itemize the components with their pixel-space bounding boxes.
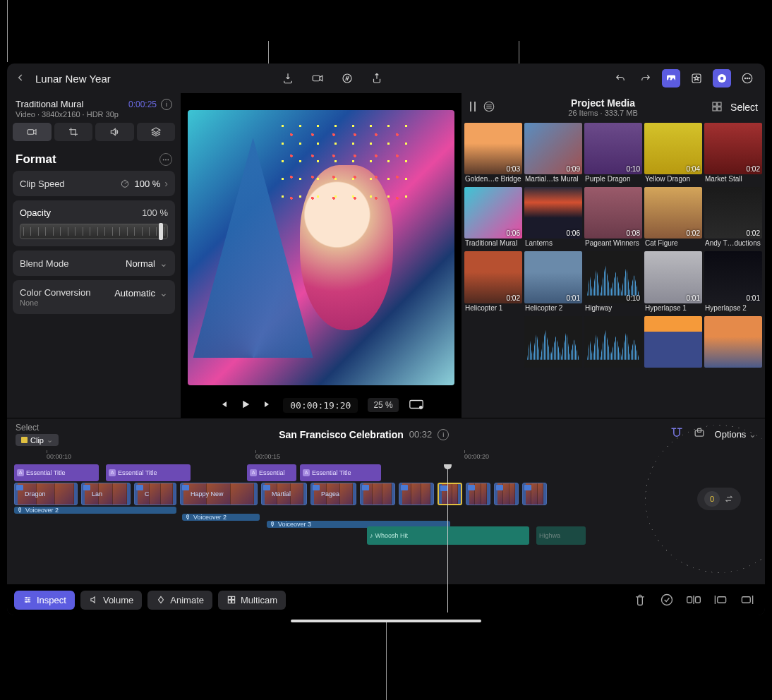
media-duration: 0:08 bbox=[627, 229, 640, 237]
title-clip[interactable]: AEssential Title bbox=[14, 464, 99, 481]
timeline-select-label[interactable]: Select bbox=[16, 423, 59, 433]
voiceover-icon[interactable] bbox=[338, 69, 356, 88]
inspector-panel: Traditional Mural 0:00:25 i Video · 3840… bbox=[7, 93, 181, 418]
video-clip[interactable]: Pagea bbox=[310, 483, 356, 505]
media-item[interactable]: 0:09Martial…ts Mural bbox=[524, 123, 582, 185]
playhead[interactable] bbox=[447, 464, 448, 612]
inspector-tab-audio[interactable] bbox=[95, 123, 134, 141]
select-button[interactable]: Select bbox=[730, 102, 758, 113]
media-item[interactable] bbox=[524, 316, 582, 368]
trim-start-icon[interactable] bbox=[710, 589, 731, 610]
media-item[interactable]: 0:01Hyperlapse 2 bbox=[704, 251, 762, 313]
timeline-ruler[interactable]: 00:00:10 00:00:15 00:00:20 bbox=[7, 450, 765, 464]
info-icon[interactable]: i bbox=[161, 99, 172, 110]
title-clip[interactable]: AEssential Title bbox=[106, 464, 191, 481]
media-item[interactable]: 0:02Andy T…ductions bbox=[704, 187, 762, 249]
clip-speed-row[interactable]: Clip Speed 100 % › bbox=[13, 171, 175, 196]
media-duration: 0:04 bbox=[687, 165, 700, 173]
timeline-cliptag[interactable]: Clip⌄ bbox=[16, 434, 59, 446]
back-icon[interactable] bbox=[16, 73, 25, 85]
fx-clip[interactable]: Highwa bbox=[536, 526, 586, 545]
media-duration: 0:10 bbox=[627, 165, 640, 173]
video-clip[interactable]: Happy New bbox=[180, 483, 258, 505]
media-item[interactable]: 0:06Lanterns bbox=[524, 187, 582, 249]
media-item[interactable]: 0:01Helicopter 2 bbox=[524, 251, 582, 313]
voiceover-clip[interactable]: 🎙Voiceover 2 bbox=[182, 514, 260, 521]
prev-frame-icon[interactable] bbox=[218, 399, 229, 412]
video-clip[interactable] bbox=[494, 483, 519, 505]
redo-icon[interactable] bbox=[637, 69, 655, 88]
video-clip[interactable]: Martial bbox=[261, 483, 307, 505]
voiceover-clip[interactable]: 🎙Voiceover 2 bbox=[14, 507, 176, 514]
media-item[interactable]: 0:03Golden…e Bridge bbox=[464, 123, 522, 185]
blend-mode-row[interactable]: Blend Mode Normal⌄ bbox=[13, 251, 175, 276]
timeline-info-icon[interactable]: i bbox=[438, 429, 449, 440]
trim-end-icon[interactable] bbox=[737, 589, 758, 610]
enable-clip-icon[interactable] bbox=[656, 589, 677, 610]
media-duration: 0:06 bbox=[567, 229, 580, 237]
media-item[interactable]: 0:10Purple Dragon bbox=[584, 123, 642, 185]
media-label: Hyperlapse 2 bbox=[704, 303, 762, 314]
sidebar-toggle-icon[interactable] bbox=[713, 69, 731, 88]
media-label: Cat Figure bbox=[644, 239, 702, 249]
media-duration: 0:02 bbox=[747, 165, 760, 173]
media-duration: 0:01 bbox=[747, 294, 760, 302]
media-item[interactable]: 0:02Cat Figure bbox=[644, 187, 702, 249]
video-clip[interactable] bbox=[466, 483, 490, 505]
svg-rect-18 bbox=[713, 102, 716, 106]
multicam-button[interactable]: Multicam bbox=[218, 591, 286, 610]
inspector-tab-layers[interactable] bbox=[137, 123, 176, 141]
video-clip[interactable]: Lan bbox=[81, 483, 131, 505]
volume-button[interactable]: Volume bbox=[80, 591, 142, 610]
inspect-button[interactable]: Inspect bbox=[14, 591, 75, 610]
next-frame-icon[interactable] bbox=[262, 399, 273, 412]
media-item[interactable]: 0:10Highway bbox=[584, 251, 642, 313]
clip-timecode: 0:00:25 bbox=[128, 99, 157, 109]
video-clip[interactable] bbox=[399, 483, 434, 505]
format-more-icon[interactable]: ⋯ bbox=[159, 153, 172, 166]
inspector-tab-crop[interactable] bbox=[54, 123, 93, 141]
media-item[interactable] bbox=[704, 316, 762, 368]
video-clip[interactable] bbox=[438, 483, 462, 505]
video-clip[interactable] bbox=[522, 483, 547, 505]
svg-point-9 bbox=[747, 78, 748, 79]
media-item[interactable]: 0:08Pageant Winners bbox=[584, 187, 642, 249]
trash-icon[interactable] bbox=[629, 589, 651, 610]
effects-icon[interactable] bbox=[687, 69, 706, 88]
media-item[interactable]: 0:02Market Stall bbox=[704, 123, 762, 185]
camera-icon[interactable] bbox=[308, 69, 327, 88]
grid-view-icon[interactable] bbox=[711, 100, 723, 115]
video-clip[interactable]: Dragon bbox=[14, 483, 78, 505]
viewer-zoom[interactable]: 25 % bbox=[368, 398, 398, 412]
animate-button[interactable]: Animate bbox=[147, 591, 212, 610]
import-icon[interactable] bbox=[279, 69, 297, 88]
opacity-slider[interactable] bbox=[20, 224, 168, 239]
title-clip[interactable]: AEssential bbox=[247, 464, 296, 481]
opacity-row: Opacity 100 % bbox=[13, 200, 175, 246]
more-icon[interactable] bbox=[738, 69, 756, 88]
format-section-header: Format ⋯ bbox=[13, 148, 175, 171]
undo-icon[interactable] bbox=[611, 69, 629, 88]
filter-icon[interactable] bbox=[469, 102, 477, 114]
browser-toggle-icon[interactable] bbox=[662, 69, 680, 88]
viewer-canvas[interactable] bbox=[188, 110, 454, 385]
media-item[interactable] bbox=[644, 316, 702, 368]
title-clip[interactable]: AEssential Title bbox=[300, 464, 381, 481]
media-item[interactable]: 0:06Traditional Mural bbox=[464, 187, 522, 249]
media-item[interactable]: 0:04Yellow Dragon bbox=[644, 123, 702, 185]
video-clip[interactable]: C bbox=[134, 483, 176, 505]
viewer-timecode[interactable]: 00:00:19:20 bbox=[283, 398, 358, 413]
media-item[interactable]: 0:01Hyperlapse 1 bbox=[644, 251, 702, 313]
share-icon[interactable] bbox=[368, 69, 386, 88]
color-conversion-row[interactable]: Color Conversion None Automatic⌄ bbox=[13, 280, 175, 314]
media-item[interactable]: 0:02Helicopter 1 bbox=[464, 251, 522, 313]
split-icon[interactable] bbox=[683, 589, 704, 610]
media-item[interactable] bbox=[584, 316, 642, 368]
play-icon[interactable] bbox=[239, 398, 252, 413]
list-icon[interactable] bbox=[483, 100, 495, 115]
media-title: Project Media bbox=[501, 97, 705, 109]
fx-clip[interactable]: ♪Whoosh Hit bbox=[367, 526, 529, 545]
view-options-icon[interactable] bbox=[409, 399, 424, 412]
video-clip[interactable] bbox=[360, 483, 395, 505]
inspector-tab-video[interactable] bbox=[13, 123, 52, 141]
